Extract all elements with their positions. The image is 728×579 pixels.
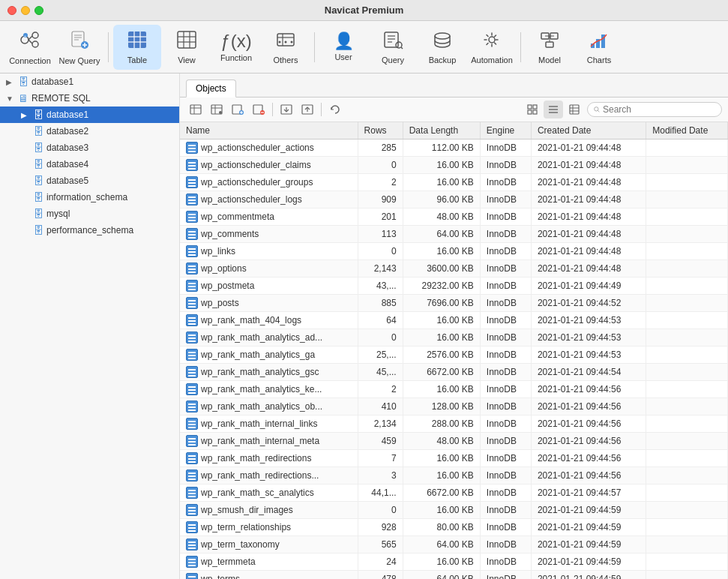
- table-row[interactable]: wp_postmeta 43,... 29232.00 KB InnoDB 20…: [180, 278, 728, 295]
- sidebar-item-database1-root[interactable]: ▶ 🗄 database1: [0, 74, 179, 90]
- sidebar-item-database1-child[interactable]: ▶ 🗄 database1: [0, 106, 179, 123]
- table-modified-cell: [646, 519, 728, 536]
- table-row[interactable]: wp_actionscheduler_actions 285 112.00 KB…: [180, 140, 728, 157]
- table-modified-cell: [646, 140, 728, 157]
- table-row[interactable]: wp_term_relationships 928 80.00 KB InnoD…: [180, 519, 728, 536]
- sidebar-item-database3[interactable]: 🗄 database3: [0, 140, 179, 156]
- table-data-length-cell: 6672.00 KB: [403, 484, 480, 502]
- table-name: wp_rank_math_analytics_ke...: [201, 384, 322, 394]
- table-name: wp_rank_math_internal_links: [201, 418, 317, 429]
- new-table-button[interactable]: [228, 100, 247, 118]
- table-modified-cell: [646, 208, 728, 226]
- table-rows-cell: 0: [358, 243, 403, 260]
- table-name-cell: wp_links: [180, 243, 358, 260]
- backup-button[interactable]: Backup: [418, 25, 466, 70]
- view-button[interactable]: View: [163, 25, 211, 70]
- model-button[interactable]: Model: [526, 25, 574, 70]
- import-button[interactable]: [277, 100, 296, 118]
- sidebar: ▶ 🗄 database1 ▼ 🖥 REMOTE SQL ▶ 🗄 databas…: [0, 74, 180, 579]
- others-button[interactable]: Others: [262, 25, 310, 70]
- table-row[interactable]: wp_rank_math_sc_analytics 44,1... 6672.0…: [180, 484, 728, 502]
- table-modified-cell: [646, 329, 728, 346]
- table-name-cell: wp_termmeta: [180, 554, 358, 571]
- automation-button[interactable]: Automation: [468, 25, 516, 70]
- export-button[interactable]: [298, 100, 317, 118]
- function-label: Function: [220, 53, 252, 62]
- table-row[interactable]: wp_rank_math_analytics_ga 25,... 2576.00…: [180, 346, 728, 364]
- list-view-button[interactable]: [544, 100, 563, 118]
- connection-button[interactable]: + Connection: [6, 25, 54, 70]
- table-created-cell: 2021-01-21 09:44:53: [531, 312, 646, 329]
- search-input[interactable]: [603, 104, 715, 115]
- traffic-lights[interactable]: [7, 6, 43, 15]
- table-row[interactable]: wp_rank_math_404_logs 64 16.00 KB InnoDB…: [180, 312, 728, 329]
- chevron-down-icon: ▼: [6, 94, 15, 103]
- table-row[interactable]: wp_commentmeta 201 48.00 KB InnoDB 2021-…: [180, 208, 728, 226]
- table-row[interactable]: wp_options 2,143 3600.00 KB InnoDB 2021-…: [180, 260, 728, 278]
- design-table-button[interactable]: [207, 100, 226, 118]
- content-area: Objects: [180, 74, 728, 579]
- svg-line-77: [598, 110, 599, 112]
- table-row[interactable]: wp_links 0 16.00 KB InnoDB 2021-01-21 09…: [180, 243, 728, 260]
- sidebar-item-mysql[interactable]: 🗄 mysql: [0, 206, 179, 222]
- table-row[interactable]: wp_actionscheduler_claims 0 16.00 KB Inn…: [180, 157, 728, 174]
- table-row-icon: [186, 556, 198, 568]
- table-row[interactable]: wp_termmeta 24 16.00 KB InnoDB 2021-01-2…: [180, 554, 728, 571]
- sidebar-item-database2[interactable]: 🗄 database2: [0, 123, 179, 140]
- table-row[interactable]: wp_posts 885 7696.00 KB InnoDB 2021-01-2…: [180, 295, 728, 312]
- table-created-cell: 2021-01-21 09:44:48: [531, 140, 646, 157]
- table-button[interactable]: Table: [113, 25, 161, 70]
- sidebar-item-database4[interactable]: 🗄 database4: [0, 156, 179, 172]
- user-button[interactable]: 👤 User: [319, 25, 367, 70]
- table-name-cell: wp_smush_dir_images: [180, 502, 358, 519]
- minimize-button[interactable]: [21, 6, 30, 15]
- table-row[interactable]: wp_smush_dir_images 0 16.00 KB InnoDB 20…: [180, 502, 728, 519]
- table-row[interactable]: wp_actionscheduler_groups 2 16.00 KB Inn…: [180, 174, 728, 191]
- table-data-length-cell: 64.00 KB: [403, 536, 480, 554]
- search-icon: [594, 105, 600, 114]
- grid-view-button[interactable]: [523, 100, 542, 118]
- table-name: wp_comments: [201, 229, 259, 239]
- table-row[interactable]: wp_rank_math_redirections 7 16.00 KB Inn…: [180, 450, 728, 467]
- table-row[interactable]: wp_comments 113 64.00 KB InnoDB 2021-01-…: [180, 226, 728, 243]
- charts-button[interactable]: Charts: [575, 25, 623, 70]
- table-row[interactable]: wp_term_taxonomy 565 64.00 KB InnoDB 202…: [180, 536, 728, 554]
- table-created-cell: 2021-01-21 09:44:48: [531, 226, 646, 243]
- table-row[interactable]: wp_rank_math_analytics_ob... 410 128.00 …: [180, 398, 728, 416]
- table-data-length-cell: 48.00 KB: [403, 208, 480, 226]
- content-toolbar: [180, 98, 728, 122]
- table-row[interactable]: wp_rank_math_redirections... 3 16.00 KB …: [180, 467, 728, 484]
- table-row[interactable]: wp_terms 478 64.00 KB InnoDB 2021-01-21 …: [180, 571, 728, 580]
- function-icon: ƒ(x): [220, 32, 251, 50]
- sidebar-item-information-schema[interactable]: 🗄 information_schema: [0, 189, 179, 206]
- query-button[interactable]: Query: [369, 25, 417, 70]
- new-query-button[interactable]: New Query: [55, 25, 103, 70]
- col-created-date: Created Date: [531, 122, 646, 140]
- table-data-length-cell: 48.00 KB: [403, 433, 480, 450]
- table-row[interactable]: wp_rank_math_internal_links 2,134 288.00…: [180, 416, 728, 433]
- detail-view-button[interactable]: [565, 100, 584, 118]
- sidebar-item-database5[interactable]: 🗄 database5: [0, 172, 179, 189]
- refresh-button[interactable]: [325, 100, 345, 118]
- objects-tab[interactable]: Objects: [186, 80, 236, 98]
- table-name-cell: wp_commentmeta: [180, 208, 358, 226]
- table-row-icon: [186, 538, 198, 550]
- col-rows: Rows: [358, 122, 403, 140]
- table-row[interactable]: wp_actionscheduler_logs 909 96.00 KB Inn…: [180, 191, 728, 208]
- table-row[interactable]: wp_rank_math_analytics_ad... 0 16.00 KB …: [180, 329, 728, 346]
- table-row-icon: [186, 297, 198, 309]
- table-row-icon: [186, 332, 198, 344]
- function-button[interactable]: ƒ(x) Function: [212, 25, 260, 70]
- delete-table-button[interactable]: [249, 100, 268, 118]
- table-row-icon: [186, 262, 198, 274]
- close-button[interactable]: [7, 6, 16, 15]
- table-row[interactable]: wp_rank_math_analytics_gsc 45,... 6672.0…: [180, 364, 728, 381]
- maximize-button[interactable]: [34, 6, 43, 15]
- table-row[interactable]: wp_rank_math_internal_meta 459 48.00 KB …: [180, 433, 728, 450]
- sidebar-item-remote-sql[interactable]: ▼ 🖥 REMOTE SQL: [0, 90, 179, 106]
- sidebar-item-performance-schema[interactable]: 🗄 performance_schema: [0, 222, 179, 238]
- table-row-icon: [186, 159, 198, 171]
- table-row[interactable]: wp_rank_math_analytics_ke... 2 16.00 KB …: [180, 381, 728, 398]
- new-query-icon: [69, 29, 90, 53]
- open-table-button[interactable]: [186, 100, 205, 118]
